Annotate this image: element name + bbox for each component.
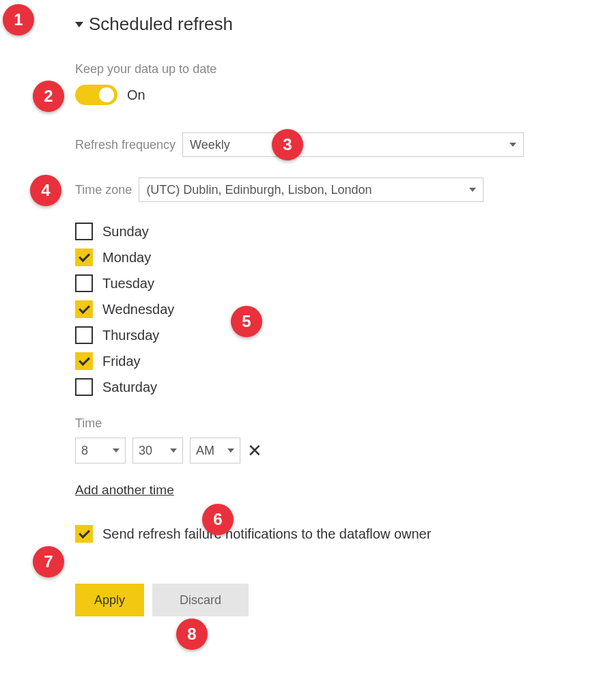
- frequency-label: Refresh frequency: [75, 138, 176, 152]
- day-checkbox[interactable]: [75, 326, 93, 344]
- toggle-state-label: On: [127, 87, 145, 103]
- day-checkbox[interactable]: [75, 223, 93, 240]
- annotation-marker-4: 4: [30, 175, 61, 206]
- timezone-label: Time zone: [75, 183, 132, 197]
- keep-up-to-date-label: Keep your data up to date: [75, 62, 589, 76]
- keep-up-to-date-toggle[interactable]: [75, 85, 117, 105]
- day-checkbox[interactable]: [75, 274, 93, 292]
- day-label: Sunday: [102, 224, 149, 240]
- day-row: Wednesday: [75, 300, 589, 318]
- remove-time-icon[interactable]: ✕: [247, 442, 262, 459]
- day-label: Thursday: [102, 328, 159, 343]
- chevron-down-icon: [170, 448, 177, 453]
- ampm-select[interactable]: AM: [190, 438, 240, 463]
- day-label: Monday: [102, 250, 151, 266]
- day-row: Monday: [75, 248, 589, 266]
- apply-button[interactable]: Apply: [75, 584, 144, 616]
- day-checkbox[interactable]: [75, 300, 93, 318]
- day-row: Saturday: [75, 378, 589, 396]
- discard-button[interactable]: Discard: [152, 584, 249, 616]
- chevron-down-icon: [227, 448, 234, 453]
- section-title: Scheduled refresh: [89, 14, 233, 35]
- days-list: SundayMondayTuesdayWednesdayThursdayFrid…: [75, 223, 589, 396]
- frequency-value: Weekly: [190, 138, 230, 152]
- collapse-triangle-icon: [75, 22, 83, 27]
- section-header[interactable]: Scheduled refresh: [75, 14, 589, 35]
- toggle-knob: [99, 87, 114, 102]
- timezone-select[interactable]: (UTC) Dublin, Edinburgh, Lisbon, London: [139, 177, 484, 202]
- annotation-marker-1: 1: [3, 4, 34, 35]
- minute-value: 30: [139, 444, 152, 458]
- annotation-marker-5: 5: [231, 306, 262, 337]
- day-row: Tuesday: [75, 274, 589, 292]
- annotation-marker-3: 3: [272, 129, 303, 160]
- day-checkbox[interactable]: [75, 248, 93, 266]
- day-checkbox[interactable]: [75, 378, 93, 396]
- chevron-down-icon: [509, 143, 516, 147]
- annotation-marker-8: 8: [176, 618, 208, 650]
- day-label: Saturday: [102, 380, 157, 395]
- day-checkbox[interactable]: [75, 352, 93, 370]
- minute-select[interactable]: 30: [132, 438, 183, 463]
- hour-value: 8: [81, 444, 88, 458]
- day-label: Tuesday: [102, 276, 154, 291]
- frequency-select[interactable]: Weekly: [182, 132, 524, 157]
- annotation-marker-7: 7: [33, 546, 64, 577]
- chevron-down-icon: [113, 448, 120, 453]
- notification-label: Send refresh failure notifications to th…: [102, 526, 431, 542]
- day-row: Sunday: [75, 223, 589, 240]
- chevron-down-icon: [469, 188, 476, 192]
- timezone-value: (UTC) Dublin, Edinburgh, Lisbon, London: [146, 183, 372, 197]
- hour-select[interactable]: 8: [75, 438, 126, 463]
- time-section-label: Time: [75, 416, 589, 431]
- ampm-value: AM: [196, 444, 214, 458]
- annotation-marker-2: 2: [33, 81, 64, 112]
- day-row: Thursday: [75, 326, 589, 344]
- notification-checkbox[interactable]: [75, 525, 93, 543]
- day-row: Friday: [75, 352, 589, 370]
- add-another-time-link[interactable]: Add another time: [75, 483, 174, 498]
- annotation-marker-6: 6: [202, 504, 234, 535]
- day-label: Friday: [102, 354, 141, 369]
- day-label: Wednesday: [102, 302, 174, 317]
